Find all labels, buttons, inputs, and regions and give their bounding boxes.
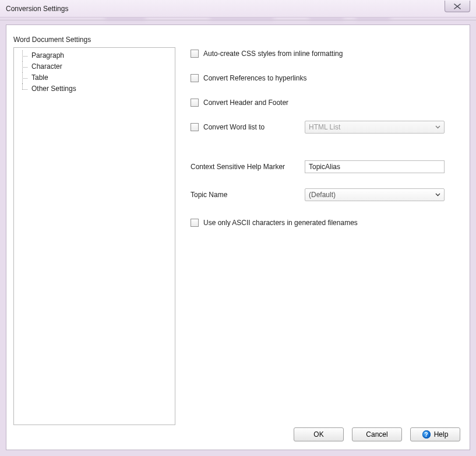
tree-item-character[interactable]: Character: [15, 61, 174, 72]
dialog-panel: Word Document Settings Paragraph Charact…: [6, 24, 470, 450]
convert-header-footer-label: Convert Header and Footer: [203, 99, 288, 107]
word-list-select[interactable]: HTML List: [305, 121, 445, 134]
ok-button-label: OK: [313, 430, 323, 439]
convert-refs-checkbox[interactable]: [191, 74, 199, 82]
sidebar-tree[interactable]: Paragraph Character Table Other Settings: [13, 47, 175, 425]
context-marker-label: Context Sensitive Help Marker: [191, 163, 305, 171]
chevron-down-icon: [435, 193, 440, 197]
convert-header-footer-checkbox[interactable]: [191, 99, 199, 107]
close-button[interactable]: [445, 1, 470, 12]
convert-refs-label: Convert References to hyperlinks: [203, 74, 306, 82]
cancel-button-label: Cancel: [366, 430, 387, 439]
topic-name-label: Topic Name: [191, 191, 305, 199]
topic-name-select-value: (Default): [309, 191, 336, 199]
close-icon: [453, 3, 461, 9]
tree-item-paragraph[interactable]: Paragraph: [15, 50, 174, 61]
context-marker-input[interactable]: [305, 160, 445, 173]
tree-item-label: Paragraph: [31, 51, 64, 59]
convert-word-list-checkbox[interactable]: [191, 123, 199, 131]
topic-name-select[interactable]: (Default): [305, 188, 445, 201]
help-button-label: Help: [434, 430, 449, 439]
auto-css-checkbox[interactable]: [191, 50, 199, 58]
ok-button[interactable]: OK: [294, 427, 344, 441]
tree-item-table[interactable]: Table: [15, 72, 174, 83]
auto-css-label: Auto-create CSS styles from inline forma…: [203, 50, 343, 58]
tree-item-label: Other Settings: [31, 85, 76, 93]
dialog-backdrop: Conversion Settings Word Document Settin…: [0, 0, 476, 456]
help-button[interactable]: ? Help: [410, 427, 460, 441]
button-bar: OK Cancel ? Help: [294, 427, 460, 441]
form-area: Auto-create CSS styles from inline forma…: [191, 47, 458, 241]
help-icon: ?: [422, 430, 431, 439]
tree-item-label: Character: [31, 62, 62, 71]
tree-item-label: Table: [31, 73, 48, 82]
cancel-button[interactable]: Cancel: [352, 427, 402, 441]
convert-word-list-label: Convert Word list to: [203, 123, 305, 131]
ascii-filenames-checkbox[interactable]: [191, 219, 199, 227]
word-list-select-value: HTML List: [309, 123, 340, 131]
ascii-filenames-label: Use only ASCII characters in generated f…: [203, 219, 358, 227]
titlebar: Conversion Settings: [0, 0, 476, 17]
sidebar-heading: Word Document Settings: [13, 36, 91, 44]
window-title: Conversion Settings: [0, 5, 68, 13]
tree-item-other-settings[interactable]: Other Settings: [15, 83, 174, 94]
chevron-down-icon: [435, 125, 440, 129]
